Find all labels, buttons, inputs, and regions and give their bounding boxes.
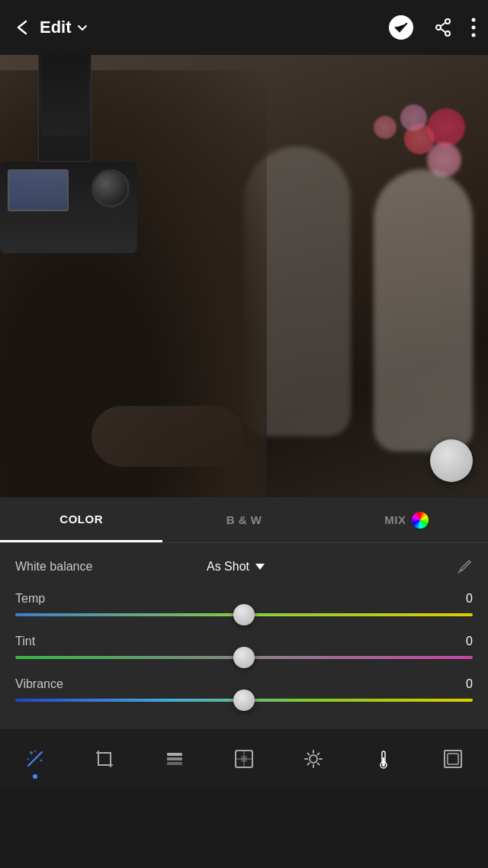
header-right xyxy=(387,14,476,41)
selective-icon xyxy=(232,747,256,771)
svg-rect-16 xyxy=(167,753,182,756)
photo-area xyxy=(0,55,488,497)
svg-line-4 xyxy=(441,23,446,27)
svg-rect-18 xyxy=(167,762,182,765)
svg-rect-32 xyxy=(383,757,384,764)
wb-label: White balance xyxy=(15,560,207,574)
sliders-section: White balance As Shot Temp 0 xyxy=(0,543,488,728)
bg-figure-bride xyxy=(374,169,473,452)
svg-point-14 xyxy=(34,750,36,752)
sun-icon xyxy=(301,747,326,771)
svg-rect-17 xyxy=(167,757,182,760)
wb-value-text: As Shot xyxy=(207,560,249,574)
active-indicator xyxy=(33,774,37,779)
white-balance-row: White balance As Shot xyxy=(15,558,473,575)
svg-line-10 xyxy=(458,571,460,573)
temp-slider-row: Temp 0 xyxy=(15,592,473,616)
temp-slider-thumb[interactable] xyxy=(233,604,255,625)
svg-rect-20 xyxy=(241,756,247,762)
vibrance-slider-track[interactable] xyxy=(15,699,473,702)
svg-line-26 xyxy=(308,753,310,754)
vibrance-label: Vibrance xyxy=(15,677,63,691)
svg-point-8 xyxy=(472,34,476,37)
toolbar-item-temperature[interactable] xyxy=(361,736,406,782)
tint-label: Tint xyxy=(15,635,35,648)
svg-point-6 xyxy=(472,18,476,22)
toolbar-item-autofix[interactable] xyxy=(12,736,58,782)
tab-bw-label: B & W xyxy=(226,513,262,526)
temp-value: 0 xyxy=(466,592,473,606)
tint-slider-thumb[interactable] xyxy=(233,647,255,668)
toolbar-item-light[interactable] xyxy=(291,736,336,782)
header: Edit xyxy=(0,0,488,55)
svg-rect-35 xyxy=(448,754,458,764)
header-title: Edit xyxy=(40,18,88,37)
svg-point-7 xyxy=(472,26,476,30)
tint-slider-row: Tint 0 xyxy=(15,635,473,659)
vibrance-value: 0 xyxy=(466,677,473,691)
thermometer-icon xyxy=(371,747,396,771)
temp-slider-track[interactable] xyxy=(15,613,473,616)
eyedropper-button[interactable] xyxy=(456,558,473,575)
svg-line-5 xyxy=(441,29,446,33)
svg-line-27 xyxy=(318,763,319,764)
bottom-panel: COLOR B & W MIX White balance As Shot xyxy=(0,497,488,789)
wb-chevron-icon xyxy=(255,564,265,570)
header-left: Edit xyxy=(12,17,88,38)
svg-line-28 xyxy=(318,753,319,754)
crop-icon xyxy=(92,747,117,771)
more-button[interactable] xyxy=(471,18,476,37)
tint-slider-track[interactable] xyxy=(15,656,473,659)
tabs-row: COLOR B & W MIX xyxy=(0,497,488,543)
svg-point-9 xyxy=(470,561,471,563)
svg-rect-15 xyxy=(98,753,111,765)
wand-icon xyxy=(23,747,47,771)
toolbar-item-frame[interactable] xyxy=(430,736,476,782)
svg-point-21 xyxy=(310,755,317,763)
frame-icon xyxy=(441,747,465,771)
temp-label: Temp xyxy=(15,592,45,606)
tab-color-label: COLOR xyxy=(59,513,103,526)
title-chevron-icon xyxy=(76,21,88,34)
photo-scene xyxy=(0,55,488,497)
svg-line-29 xyxy=(308,763,310,764)
circle-handle[interactable] xyxy=(430,439,473,482)
svg-point-33 xyxy=(382,764,385,767)
tab-mix-label: MIX xyxy=(384,513,406,526)
svg-point-11 xyxy=(30,751,33,754)
layers-icon xyxy=(162,747,187,771)
title-text: Edit xyxy=(40,18,72,37)
vibrance-slider-row: Vibrance 0 xyxy=(15,677,473,702)
toolbar-item-layers[interactable] xyxy=(152,736,197,782)
tab-mix[interactable]: MIX xyxy=(326,497,488,542)
tint-value: 0 xyxy=(466,635,473,648)
tab-bw[interactable]: B & W xyxy=(162,497,325,542)
toolbar-item-selective[interactable] xyxy=(221,736,267,782)
check-button[interactable] xyxy=(387,14,415,41)
vibrance-slider-thumb[interactable] xyxy=(233,690,255,711)
camera-screen xyxy=(8,169,69,211)
svg-point-12 xyxy=(40,759,42,761)
mix-circle-icon xyxy=(412,512,429,529)
wb-value-dropdown[interactable]: As Shot xyxy=(207,560,265,574)
tab-color[interactable]: COLOR xyxy=(0,497,162,542)
share-button[interactable] xyxy=(433,18,453,37)
back-button[interactable] xyxy=(12,17,34,38)
toolbar-item-crop[interactable] xyxy=(82,736,127,782)
bottom-toolbar xyxy=(0,728,488,789)
svg-point-13 xyxy=(27,757,29,760)
camera-flash xyxy=(38,55,92,162)
